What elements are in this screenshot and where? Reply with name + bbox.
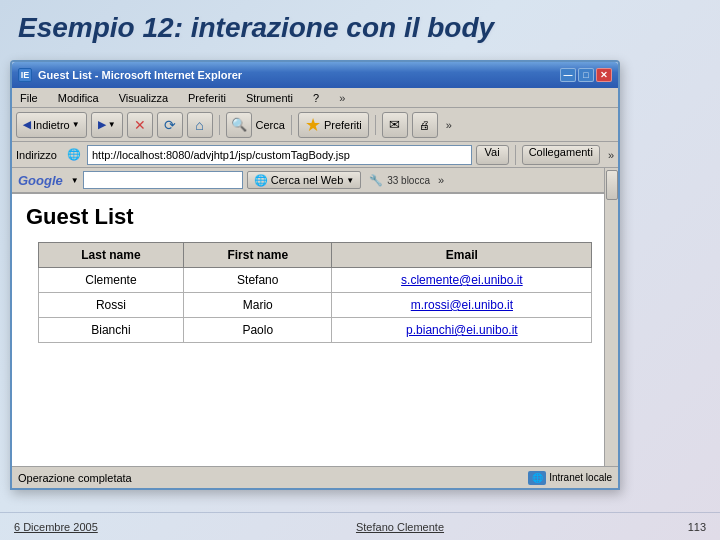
google-bar: Google ▼ 🌐 Cerca nel Web ▼ 🔧 33 blocca » bbox=[12, 168, 618, 194]
table-header-row: Last name First name Email bbox=[38, 243, 592, 268]
intranet-label: Intranet locale bbox=[549, 472, 612, 483]
toolbar-separator-1 bbox=[219, 115, 220, 135]
google-dropdown-icon: ▼ bbox=[71, 176, 79, 185]
email-link[interactable]: s.clemente@ei.unibo.it bbox=[401, 273, 523, 287]
window-controls: — □ ✕ bbox=[560, 68, 612, 82]
browser-window: IE Guest List - Microsoft Internet Explo… bbox=[10, 60, 620, 490]
table-body: Clemente Stefano s.clemente@ei.unibo.it … bbox=[38, 268, 592, 343]
forward-arrow-icon: ▶ bbox=[98, 119, 106, 130]
address-bar: Indirizzo 🌐 Vai Collegamenti » bbox=[12, 142, 618, 168]
google-search-dropdown-icon: ▼ bbox=[346, 176, 354, 185]
toolbar-separator-3 bbox=[375, 115, 376, 135]
toolbar-separator-2 bbox=[291, 115, 292, 135]
star-icon: ★ bbox=[305, 114, 321, 136]
cell-lastname: Clemente bbox=[38, 268, 184, 293]
col-email: Email bbox=[332, 243, 592, 268]
google-more-icon: » bbox=[438, 174, 444, 186]
menu-bar: File Modifica Visualizza Preferiti Strum… bbox=[12, 88, 618, 108]
menu-visualizza[interactable]: Visualizza bbox=[115, 91, 172, 105]
back-dropdown-icon: ▼ bbox=[72, 120, 80, 129]
menu-file[interactable]: File bbox=[16, 91, 42, 105]
cell-email: p.bianchi@ei.unibo.it bbox=[332, 318, 592, 343]
google-search-input[interactable] bbox=[83, 171, 243, 189]
forward-button[interactable]: ▶ ▼ bbox=[91, 112, 123, 138]
email-link[interactable]: m.rossi@ei.unibo.it bbox=[411, 298, 513, 312]
col-firstname: First name bbox=[184, 243, 332, 268]
menu-strumenti[interactable]: Strumenti bbox=[242, 91, 297, 105]
table-row: Rossi Mario m.rossi@ei.unibo.it bbox=[38, 293, 592, 318]
cell-firstname: Paolo bbox=[184, 318, 332, 343]
google-search-label: Cerca nel Web bbox=[271, 174, 344, 186]
cell-firstname: Mario bbox=[184, 293, 332, 318]
intranet-icon: 🌐 bbox=[528, 471, 546, 485]
mail-button[interactable]: ✉ bbox=[382, 112, 408, 138]
home-button[interactable]: ⌂ bbox=[187, 112, 213, 138]
address-separator bbox=[515, 145, 516, 165]
cell-firstname: Stefano bbox=[184, 268, 332, 293]
footer-page: 113 bbox=[666, 521, 706, 533]
menu-help[interactable]: ? bbox=[309, 91, 323, 105]
favorites-button[interactable]: ★ Preferiti bbox=[298, 112, 369, 138]
cell-lastname: Rossi bbox=[38, 293, 184, 318]
toolbar: ◀ Indietro ▼ ▶ ▼ ✕ ⟳ ⌂ 🔍 Cerca ★ Preferi… bbox=[12, 108, 618, 142]
cell-email: s.clemente@ei.unibo.it bbox=[332, 268, 592, 293]
refresh-button[interactable]: ⟳ bbox=[157, 112, 183, 138]
menu-more-icon: » bbox=[339, 92, 345, 104]
col-lastname: Last name bbox=[38, 243, 184, 268]
status-bar: Operazione completata 🌐 Intranet locale bbox=[12, 466, 618, 488]
status-text: Operazione completata bbox=[18, 472, 518, 484]
page-heading: Guest List bbox=[26, 204, 604, 230]
google-logo: Google bbox=[18, 173, 63, 188]
title-bar: IE Guest List - Microsoft Internet Explo… bbox=[12, 62, 618, 88]
page-content: Guest List Last name First name Email Cl… bbox=[12, 194, 618, 454]
search-button[interactable]: 🔍 bbox=[226, 112, 252, 138]
close-button[interactable]: ✕ bbox=[596, 68, 612, 82]
footer-author: Stefano Clemente bbox=[134, 521, 666, 533]
print-button[interactable]: 🖨 bbox=[412, 112, 438, 138]
collegamenti-button[interactable]: Collegamenti bbox=[522, 145, 600, 165]
forward-dropdown-icon: ▼ bbox=[108, 120, 116, 129]
google-toolbar-icon: 🔧 bbox=[369, 174, 383, 187]
scroll-thumb[interactable] bbox=[606, 170, 618, 200]
cell-lastname: Bianchi bbox=[38, 318, 184, 343]
window-title: Guest List - Microsoft Internet Explorer bbox=[38, 69, 560, 81]
ie-icon: IE bbox=[18, 68, 32, 82]
scrollbar[interactable] bbox=[604, 168, 618, 478]
footer-date: 6 Dicembre 2005 bbox=[14, 521, 134, 533]
intranet-badge: 🌐 Intranet locale bbox=[528, 471, 612, 485]
address-more-icon: » bbox=[608, 149, 614, 161]
address-input[interactable] bbox=[87, 145, 472, 165]
toolbar-more-icon: » bbox=[446, 119, 452, 131]
favorites-label: Preferiti bbox=[324, 119, 362, 131]
back-label: Indietro bbox=[33, 119, 70, 131]
email-link[interactable]: p.bianchi@ei.unibo.it bbox=[406, 323, 518, 337]
minimize-button[interactable]: — bbox=[560, 68, 576, 82]
google-search-button[interactable]: 🌐 Cerca nel Web ▼ bbox=[247, 171, 361, 189]
block-counter: 33 blocca bbox=[387, 175, 430, 186]
address-icon: 🌐 bbox=[65, 147, 83, 163]
table-row: Clemente Stefano s.clemente@ei.unibo.it bbox=[38, 268, 592, 293]
google-search-icon: 🌐 bbox=[254, 174, 268, 187]
menu-modifica[interactable]: Modifica bbox=[54, 91, 103, 105]
slide-title: Esempio 12: interazione con il body bbox=[0, 0, 720, 52]
go-button[interactable]: Vai bbox=[476, 145, 509, 165]
maximize-button[interactable]: □ bbox=[578, 68, 594, 82]
menu-preferiti[interactable]: Preferiti bbox=[184, 91, 230, 105]
slide-footer: 6 Dicembre 2005 Stefano Clemente 113 bbox=[0, 512, 720, 540]
back-button[interactable]: ◀ Indietro ▼ bbox=[16, 112, 87, 138]
back-arrow-icon: ◀ bbox=[23, 119, 31, 130]
guest-table: Last name First name Email Clemente Stef… bbox=[38, 242, 593, 343]
cell-email: m.rossi@ei.unibo.it bbox=[332, 293, 592, 318]
table-row: Bianchi Paolo p.bianchi@ei.unibo.it bbox=[38, 318, 592, 343]
stop-button[interactable]: ✕ bbox=[127, 112, 153, 138]
search-label: Cerca bbox=[256, 119, 285, 131]
address-label: Indirizzo bbox=[16, 149, 61, 161]
